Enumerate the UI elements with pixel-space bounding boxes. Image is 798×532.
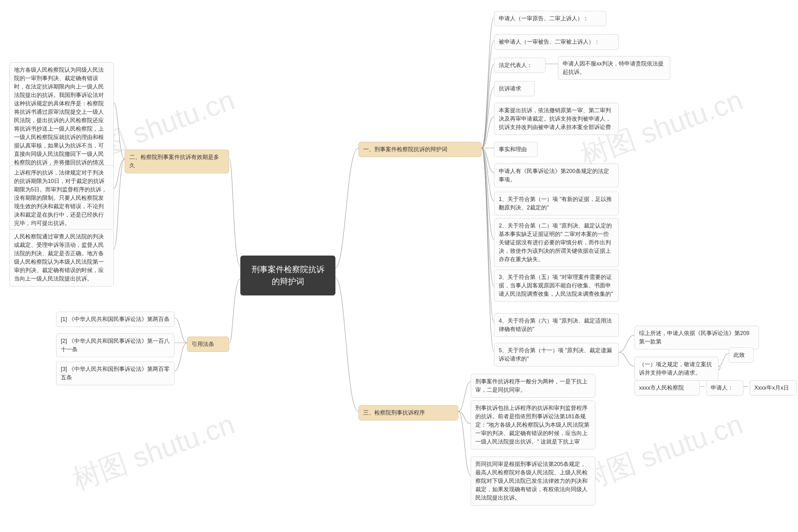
b4-child-1[interactable]: [2] 《中华人民共和国民事诉讼法》第一百八十一条	[56, 334, 174, 357]
b4-child-0[interactable]: [1] 《中华人民共和国民事诉讼法》第两百条	[56, 312, 174, 327]
b4-child-2[interactable]: [3] 《中华人民共和国刑事诉讼法》第两百零五条	[56, 362, 174, 385]
connector-lines	[0, 0, 798, 532]
b1-child-9[interactable]: 3、关于符合第（五）项 "对审理案件需要的证据，当事人因客观原因不能自行收集、书…	[494, 270, 619, 302]
b1-child-6[interactable]: 申请人有《民事诉讼法》第200条规定的法定事项。	[494, 164, 619, 187]
b1-child-8[interactable]: 2、关于符合第（二）项 "原判决、裁定认定的基本事实缺乏证据证明的" 二审对本案…	[494, 218, 619, 267]
b1-child-11[interactable]: 5、关于符合第（十一）项 "原判决、裁定遗漏诉讼请求的"	[494, 343, 619, 366]
b1-child-0[interactable]: 申请人（一审原告、二审上诉人）：	[494, 11, 606, 26]
b2-child-2[interactable]: 人民检察院通过审查人民法院的判决或裁定、受理申诉等活动，监督人民法院的判决、裁定…	[10, 229, 114, 286]
root-node[interactable]: 刑事案件检察院抗诉的辩护词	[240, 255, 336, 296]
tail-4[interactable]: xxxx市人民检察院	[634, 380, 700, 396]
b3-child-0[interactable]: 刑事案件抗诉程序一般分为两种，一是下抗上审，二是同抗同审。	[471, 374, 595, 398]
b1-child-4[interactable]: 本案提出抗诉，依法撤销原第一审、第二审判决及再审申请裁定。抗诉支持改判被申请人，…	[494, 103, 619, 135]
tail-6[interactable]: Xxxx年x月x日	[750, 380, 796, 396]
mind-map-canvas: 刑事案件检察院抗诉的辩护词 一、刑事案件检察院抗诉的辩护词 申请人（一审原告、二…	[0, 0, 798, 532]
b1-child-5[interactable]: 事实和理由	[494, 142, 538, 157]
tail-2[interactable]: （一）项之规定，敬请立案抗诉并支持申请人的请求。	[634, 357, 719, 381]
branch-4[interactable]: 引用法条	[187, 337, 229, 352]
b1-rep-sub[interactable]: 申请人因不服xx判决，特申请贵院依法提起抗诉。	[558, 56, 670, 80]
b3-child-1[interactable]: 刑事抗诉包括上诉程序的抗诉和审判监督程序的抗诉。前者是指依照刑事诉讼法第181条…	[471, 400, 595, 450]
b1-child-1[interactable]: 被申请人（一审被告、二审被上诉人）：	[494, 34, 619, 50]
tail-3[interactable]: 此致	[729, 347, 754, 363]
b2-child-0[interactable]: 地方各级人民检察院认为同级人民法院的一审刑事判决、裁定确有错误时，在法定抗诉期限…	[10, 62, 114, 178]
b3-child-2[interactable]: 而同抗同审是根据刑事诉讼法第205条规定，最高人民检察院对各级人民法院、上级人民…	[471, 457, 595, 506]
branch-1[interactable]: 一、刑事案件检察院抗诉的辩护词	[359, 142, 481, 157]
b2-child-1[interactable]: 上诉程序的抗诉，法律规定对于判决的抗诉期限为10日，对于裁定的抗诉期限为5日。而…	[10, 165, 114, 231]
b1-child-10[interactable]: 4、关于符合第（六）项 "原判决、裁定适用法律确有错误的"	[494, 313, 619, 337]
b1-child-2[interactable]: 法定代表人：	[494, 58, 546, 73]
branch-2[interactable]: 二、检察院刑事案件抗诉有效期是多久	[125, 150, 229, 173]
tail-1[interactable]: 综上所述，申请人依据《民事诉讼法》第209第一款第	[634, 326, 759, 349]
branch-3[interactable]: 三、检察院刑事抗诉程序	[359, 405, 458, 420]
tail-5[interactable]: 申请人：	[706, 380, 743, 396]
b1-child-3[interactable]: 抗诉请求	[494, 81, 535, 96]
b1-child-7[interactable]: 1、关于符合第（一）项 "有新的证据，足以推翻原判决、2裁定的"	[494, 192, 619, 215]
